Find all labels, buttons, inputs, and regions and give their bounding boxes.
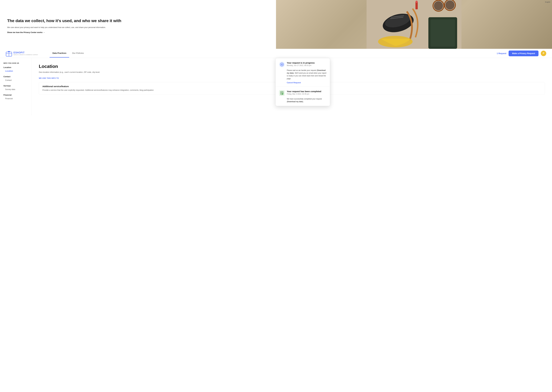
- complete-icon: [279, 90, 285, 96]
- download-link-2[interactable]: Download my data: [287, 101, 303, 103]
- popup-item-progress-title: Your request is in progress: [287, 62, 315, 64]
- sidebar-item-location[interactable]: Location: [3, 69, 28, 73]
- progress-icon: [279, 62, 285, 67]
- logo-brand: ESHOPIT: [14, 51, 38, 54]
- sidebar-group-surveys: Surveys Survey data: [3, 85, 28, 91]
- svg-point-27: [282, 93, 283, 95]
- sidebar-item-financial[interactable]: Financial: [3, 97, 28, 100]
- hero-decoration: [276, 0, 552, 49]
- popup-item-progress-desc: Please wait as we handle your request (D…: [287, 69, 327, 80]
- svg-rect-20: [281, 64, 283, 65]
- user-avatar[interactable]: P: [541, 51, 546, 56]
- logo-plain: IT: [22, 51, 25, 54]
- requests-link[interactable]: 1 Request: [497, 52, 506, 55]
- popup-item-complete-desc: We have successfully completed your requ…: [287, 98, 327, 103]
- sidebar-item-contact[interactable]: Contact: [3, 78, 28, 82]
- sidebar-item-survey-data[interactable]: Survey data: [3, 88, 28, 91]
- hero-image-bg: [276, 0, 552, 49]
- popup-item-progress: Your request is in progress Monday, Jun …: [276, 58, 330, 87]
- logo-text-block: ESHOPIT WORLD'S LARGEST E-COMMERCE COMPA…: [14, 51, 38, 55]
- hero-section: The data we collect, how it's used, and …: [0, 0, 552, 49]
- popup-item-complete-header: Your request has been completed Friday, …: [279, 90, 327, 96]
- main-content: INFO YOU GIVE US Location Location Conta…: [0, 58, 552, 115]
- popup-item-progress-text: Your request is in progress Monday, Jun …: [287, 62, 315, 66]
- sidebar-group-label-location: Location: [3, 66, 28, 69]
- language-indicator: English: [545, 1, 550, 3]
- sidebar-group-label-contact: Contact: [3, 76, 28, 78]
- hero-desc: We care about your privacy and want to h…: [7, 26, 269, 29]
- requests-popup: Your request is in progress Monday, Jun …: [276, 58, 330, 106]
- hero-link[interactable]: Show me how the Privacy Center works →: [7, 31, 269, 34]
- sidebar: INFO YOU GIVE US Location Location Conta…: [0, 58, 32, 115]
- sidebar-section-title: INFO YOU GIVE US: [3, 62, 28, 64]
- svg-rect-13: [416, 1, 417, 3]
- sidebar-group-location: Location Location: [3, 66, 28, 73]
- logo: ESHOPIT WORLD'S LARGEST E-COMMERCE COMPA…: [6, 50, 38, 56]
- nav-tabs: Data Practices Our Policies: [50, 49, 497, 57]
- sidebar-group-label-surveys: Surveys: [3, 85, 28, 87]
- hero-left: The data we collect, how it's used, and …: [0, 0, 276, 49]
- logo-icon: [6, 50, 12, 56]
- popup-item-progress-header: Your request is in progress Monday, Jun …: [279, 62, 327, 67]
- svg-line-9: [444, 5, 444, 6]
- download-link-1[interactable]: Download my data: [287, 69, 326, 74]
- popup-item-complete: Your request has been completed Friday, …: [276, 87, 330, 106]
- sidebar-group-label-financial: Financial: [3, 94, 28, 96]
- svg-point-7: [434, 1, 443, 10]
- popup-item-progress-date: Monday, Jun 27 2022, 06:03 pm: [287, 64, 315, 66]
- sidebar-group-financial: Financial Financial: [3, 94, 28, 100]
- logo-subtitle: WORLD'S LARGEST E-COMMERCE COMPANY: [14, 54, 38, 55]
- tab-our-policies[interactable]: Our Policies: [69, 49, 87, 57]
- sidebar-group-contact: Contact Contact: [3, 76, 28, 82]
- nav-right: 1 Request Make a Privacy Request P: [497, 50, 546, 56]
- svg-rect-11: [430, 19, 455, 47]
- hero-image: English: [276, 0, 552, 49]
- popup-item-complete-text: Your request has been completed Friday, …: [287, 90, 321, 95]
- logo-colored: ESHOP: [14, 51, 22, 54]
- svg-point-8: [445, 0, 455, 10]
- hero-title: The data we collect, how it's used, and …: [7, 18, 269, 23]
- popup-item-complete-date: Friday, Mar 4 2022, 03:35 pm: [287, 93, 321, 95]
- popup-item-complete-title: Your request has been completed: [287, 90, 321, 93]
- cancel-request-button[interactable]: Cancel Request: [287, 82, 301, 84]
- make-privacy-request-button[interactable]: Make a Privacy Request: [508, 50, 538, 56]
- navbar: ESHOPIT WORLD'S LARGEST E-COMMERCE COMPA…: [0, 49, 552, 58]
- tab-data-practices[interactable]: Data Practices: [50, 49, 69, 57]
- content-area: Location Geo-location information (e.g.,…: [32, 58, 552, 115]
